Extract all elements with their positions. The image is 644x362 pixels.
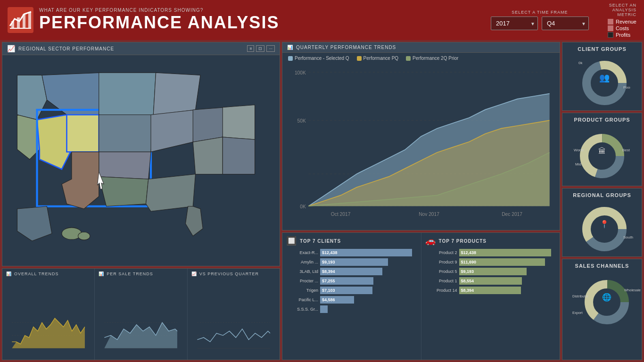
svg-text:📍: 📍 [600,220,609,229]
header-subtitle: WHAT ARE OUR KEY PERFORMANCE INDICATORS … [39,8,491,13]
map-menu-btn[interactable]: ≡ [247,45,254,52]
top7-clients-section: 🔲 TOP 7 CLIENTS Exact-R... $12,438 Amyli… [282,233,421,360]
client-bar-6 [320,305,328,313]
per-sale-title: PER SALE TRENDS [107,272,153,276]
client-row-5: Pacific L... $4,586 [286,296,417,304]
costs-checkbox [608,25,613,31]
client-row-1: Amylin ... $9,193 [286,258,417,266]
vs-prev-title: VS PREVIOUS QUARTER [199,272,259,276]
client-groups-donut-container: 👥 0k Poor [574,55,630,107]
client-label-6: S.S.S. Gr... [286,307,318,312]
client-bar-container-0: $12,438 [320,249,417,256]
regional-groups-donut: 📍 South [574,201,635,253]
product-row-0: Product 2 $12,438 [425,249,556,256]
product-bar-container-4: $8,394 [459,287,556,294]
map-expand-btn[interactable]: ⊡ [256,45,264,52]
product-bar-3: $8,554 [459,277,522,285]
client-groups-title: CLIENT GROUPS [578,46,626,52]
legend-dot-selected [288,56,293,61]
metric-profits-option[interactable]: Profits [608,32,636,38]
product-row-1: Product 9 $11,690 [425,258,556,266]
analysis-options: Revenue Costs Profits [608,19,636,38]
legend-dot-pq [357,56,362,61]
client-label-1: Amylin ... [286,260,318,264]
svg-marker-12 [12,318,85,348]
client-row-2: 3LAB, Ltd $8,394 [286,268,417,275]
year-select[interactable]: 2017 2016 2015 [491,16,538,30]
product-bar-container-2: $9,193 [459,268,556,275]
legend-item-selected: Performance - Selected Q [288,56,349,61]
map-controls: ≡ ⊡ ··· [247,45,275,52]
svg-text:🌐: 🌐 [602,293,611,302]
metric-costs-option[interactable]: Costs [608,25,636,31]
product-value-1: $11,690 [461,260,477,264]
client-value-0: $12,438 [322,250,338,255]
map-icon: 📈 [7,45,16,52]
sales-channels-panel: SALES CHANNELS 🌐 Distributor Wholesale E… [562,259,642,360]
costs-label: Costs [616,25,629,31]
analysis-label: SELECT ANANALYSISMETRIC [609,3,636,17]
product-groups-title: PRODUCT GROUPS [574,117,630,123]
title-block: WHAT ARE OUR KEY PERFORMANCE INDICATORS … [39,8,491,33]
product-value-4: $8,394 [461,288,474,293]
profits-label: Profits [616,32,630,38]
quarter-select[interactable]: Q4 Q3 Q2 Q1 [542,16,589,30]
map-dots-btn[interactable]: ··· [266,45,275,52]
sales-channels-donut-container: 🌐 Distributor Wholesale Export [571,272,633,326]
svg-text:Distributor: Distributor [572,294,589,298]
top7-products-header: 🚗 TOP 7 PRODUCTS [425,236,556,246]
svg-text:50K: 50K [297,118,306,123]
header-title: PERFORMANCE ANALYSIS [39,13,491,33]
vs-prev-chart-svg [191,310,276,357]
overall-chart-svg [6,310,91,357]
overall-title: OVERALL TRENDS [14,272,59,276]
product-label-3: Product 1 [425,279,457,283]
client-row-3: Procter ... $7,255 [286,277,417,285]
product-groups-donut: 🏛 Worst Best Mid [571,125,633,182]
vs-prev-chart-area [191,279,276,357]
vs-prev-header: 📈 VS PREVIOUS QUARTER [191,272,276,276]
client-value-1: $9,193 [322,260,335,264]
product-label-1: Product 9 [425,260,457,264]
clients-icon: 🔲 [286,236,297,246]
vs-prev-section: 📈 VS PREVIOUS QUARTER [188,269,280,360]
quarterly-panel-header: 📊 QUARTERLY PERFORMANCE TRENDS [282,42,560,53]
client-label-2: 3LAB, Ltd [286,269,318,274]
quarterly-title: QUARTERLY PERFORMANCE TRENDS [296,45,396,50]
regional-groups-title: REGIONAL GROUPS [573,192,631,198]
sales-channels-title: SALES CHANNELS [575,263,629,269]
profits-checkbox [608,32,613,38]
client-bar-container-5: $4,586 [320,296,417,304]
quarter-select-wrapper: Q4 Q3 Q2 Q1 ▼ [542,16,589,30]
overall-trends-header: 📊 OVERALL TRENDS [6,272,91,276]
client-label-4: Trigen [286,288,318,293]
client-bar-4: $7,103 [320,287,372,294]
right-column: CLIENT GROUPS 👥 0k Poor PRODUCT GROUPS [562,42,642,360]
svg-text:Dec 2017: Dec 2017 [502,212,522,217]
revenue-label: Revenue [616,19,636,25]
product-bar-2: $9,193 [459,268,527,275]
year-select-wrapper: 2017 2016 2015 ▼ [491,16,538,30]
svg-text:🏛: 🏛 [598,147,606,155]
svg-text:Mid: Mid [575,162,581,166]
per-sale-chart-svg [99,310,183,357]
map-area[interactable] [2,55,280,263]
svg-text:Best: Best [622,148,630,152]
product-value-3: $8,554 [461,279,474,283]
trends-content: 📊 OVERALL TRENDS [2,269,280,360]
top7-clients-header: 🔲 TOP 7 CLIENTS [286,236,417,246]
client-bar-3: $7,255 [320,277,373,285]
overall-chart-area [6,279,91,357]
legend-dot-2qprior [406,56,411,61]
trends-panel: 📊 OVERALL TRENDS [2,268,280,360]
svg-text:0k: 0k [578,61,583,65]
regional-groups-panel: REGIONAL GROUPS 📍 South [562,188,642,257]
client-value-2: $8,394 [322,269,335,274]
top7-panel: 🔲 TOP 7 CLIENTS Exact-R... $12,438 Amyli… [282,232,560,360]
legend-label-selected: Performance - Selected Q [295,56,349,61]
overall-trends-section: 📊 OVERALL TRENDS [2,269,95,360]
sales-channels-donut: 🌐 Distributor Wholesale Export [571,272,642,326]
top7-products-section: 🚗 TOP 7 PRODUCTS Product 2 $12,438 Produ… [421,233,560,360]
metric-revenue-option[interactable]: Revenue [608,19,636,25]
client-row-0: Exact-R... $12,438 [286,249,417,256]
